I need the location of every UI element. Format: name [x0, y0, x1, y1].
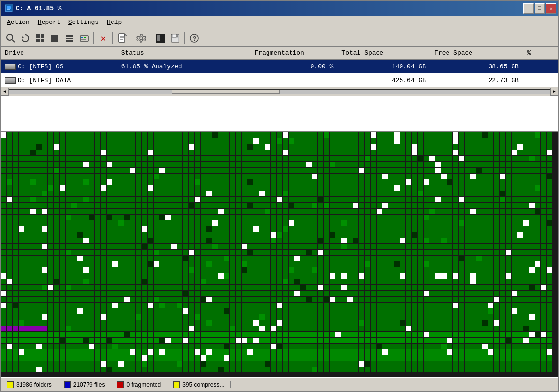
cell-fragmentation: 0.00 %: [250, 60, 337, 73]
svg-rect-6: [36, 34, 40, 38]
cell-free-space: 38.65 GB: [430, 60, 523, 73]
help-button[interactable]: ?: [187, 31, 201, 45]
col-header-total: Total Space: [337, 47, 430, 60]
col-header-drive: Drive: [1, 47, 117, 60]
toolbar: ✕: [1, 29, 558, 47]
cancel-button[interactable]: ✕: [96, 31, 110, 45]
files-color-box: [64, 381, 71, 388]
menu-settings[interactable]: Settings: [65, 17, 103, 27]
folders-label: 31986 folders: [16, 381, 52, 388]
drive-map-button[interactable]: [77, 31, 91, 45]
svg-rect-12: [66, 38, 73, 39]
cell-total-space: 425.64 GB: [337, 73, 430, 87]
separator-3: [132, 32, 132, 44]
cell-free-space: 22.73 GB: [430, 73, 523, 87]
separator-4: [151, 32, 151, 44]
table-row[interactable]: D: [NTFS] DATA425.64 GB22.73 GB: [1, 73, 558, 87]
menubar: Action Report Settings Help: [1, 16, 558, 29]
svg-rect-16: [84, 37, 86, 38]
drive-table-body: C: [NTFS] OS61.85 % Analyzed0.00 %149.04…: [1, 60, 558, 87]
svg-line-4: [12, 40, 15, 42]
folders-color-box: [7, 381, 14, 388]
table-row[interactable]: C: [NTFS] OS61.85 % Analyzed0.00 %149.04…: [1, 60, 558, 73]
fragmented-label: 0 fragmented: [126, 381, 161, 388]
col-header-frag: Fragmentation: [250, 47, 337, 60]
cell-drive: C: [NTFS] OS: [1, 60, 117, 73]
col-header-status: Status: [117, 47, 250, 60]
viz-area: [1, 132, 558, 377]
svg-rect-29: [172, 38, 178, 42]
svg-rect-26: [157, 35, 160, 41]
cell-status: [117, 73, 250, 87]
col-header-pct: %: [523, 47, 558, 60]
scrollbar-track[interactable]: [9, 89, 550, 94]
cell-pct: [523, 60, 558, 73]
svg-rect-17: [81, 39, 86, 40]
svg-rect-7: [41, 34, 44, 38]
svg-rect-2: [7, 9, 10, 10]
svg-point-30: [176, 35, 178, 37]
scrollbar-thumb[interactable]: [172, 90, 280, 94]
disk-button[interactable]: [168, 31, 182, 45]
svg-rect-11: [66, 35, 73, 37]
restore-button[interactable]: □: [535, 3, 545, 14]
svg-rect-28: [172, 34, 176, 37]
svg-rect-1: [7, 6, 11, 9]
close-button[interactable]: ✕: [546, 3, 556, 14]
titlebar: C: A 61.85 % ─ □ ✕: [1, 1, 558, 16]
main-window: C: A 61.85 % ─ □ ✕ Action Report Setting…: [0, 0, 559, 392]
menu-report[interactable]: Report: [34, 17, 65, 27]
defrag-button[interactable]: [19, 31, 32, 45]
defrag-map: [1, 132, 558, 377]
minimize-button[interactable]: ─: [523, 3, 534, 14]
report-button[interactable]: [115, 31, 129, 45]
compressed-label: 395 compress...: [182, 381, 224, 388]
scroll-right-button[interactable]: ▶: [550, 88, 558, 96]
stop-button[interactable]: [48, 31, 62, 45]
pause-button[interactable]: [33, 31, 47, 45]
files-label: 210779 files: [73, 381, 105, 388]
app-icon: [5, 4, 13, 12]
col-header-free: Free Space: [430, 47, 523, 60]
drive-table: Drive Status Fragmentation Total Space F…: [1, 47, 558, 87]
svg-point-3: [7, 34, 13, 40]
table-header-row: Drive Status Fragmentation Total Space F…: [1, 47, 558, 60]
fragmented-color-box: [117, 381, 124, 388]
svg-rect-9: [41, 39, 44, 42]
separator-1: [93, 32, 94, 44]
window-title: C: A 61.85 %: [16, 5, 62, 12]
separator-5: [184, 32, 185, 44]
settings-button[interactable]: [134, 31, 148, 45]
status-compressed: 395 compress...: [167, 381, 230, 388]
view-report-button[interactable]: [63, 31, 76, 45]
cell-status: 61.85 % Analyzed: [117, 60, 250, 73]
compressed-color-box: [173, 381, 180, 388]
cell-total-space: 149.04 GB: [337, 60, 430, 73]
analyze-button[interactable]: [4, 31, 18, 45]
scroll-left-button[interactable]: ◀: [1, 88, 9, 96]
svg-rect-8: [36, 39, 40, 42]
menu-action[interactable]: Action: [3, 17, 34, 27]
cell-fragmentation: [250, 73, 337, 87]
statusbar: 31986 folders 210779 files 0 fragmented …: [1, 377, 558, 391]
menu-help[interactable]: Help: [103, 17, 126, 27]
svg-point-24: [140, 37, 143, 40]
dark-button[interactable]: [154, 31, 167, 45]
separator-2: [112, 32, 113, 44]
titlebar-left: C: A 61.85 %: [5, 4, 62, 12]
status-files: 210779 files: [58, 381, 112, 388]
cell-pct: [523, 73, 558, 87]
drive-table-container: Drive Status Fragmentation Total Space F…: [1, 47, 558, 132]
titlebar-controls: ─ □ ✕: [523, 3, 556, 14]
svg-rect-10: [51, 35, 58, 42]
svg-marker-5: [22, 36, 24, 38]
svg-rect-15: [81, 37, 83, 38]
svg-rect-14: [80, 36, 88, 41]
status-fragmented: 0 fragmented: [111, 381, 167, 388]
svg-rect-13: [66, 40, 73, 42]
status-folders: 31986 folders: [5, 381, 58, 388]
svg-text:?: ?: [193, 36, 196, 43]
cell-drive: D: [NTFS] DATA: [1, 73, 117, 87]
